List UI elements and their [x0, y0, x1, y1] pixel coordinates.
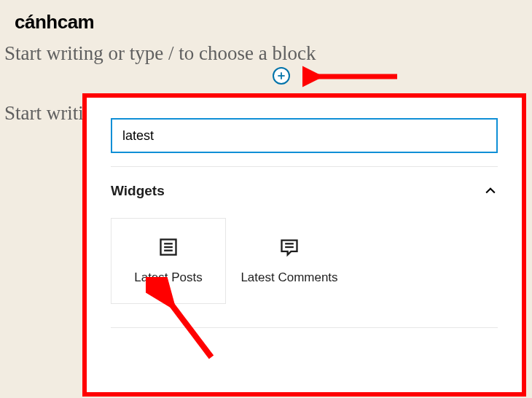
- block-label: Latest Comments: [240, 270, 337, 285]
- latest-comments-icon: [279, 237, 300, 257]
- block-search-input[interactable]: [111, 118, 498, 153]
- block-latest-posts[interactable]: Latest Posts: [111, 218, 226, 304]
- block-label: Latest Posts: [134, 270, 203, 285]
- chevron-up-icon: [483, 184, 498, 198]
- block-search-wrap: [87, 98, 522, 166]
- widgets-section-header[interactable]: Widgets: [87, 167, 522, 202]
- divider: [111, 327, 498, 328]
- widgets-grid: Latest Posts Latest Comments: [87, 202, 522, 311]
- editor-placeholder-1[interactable]: Start writing or type / to choose a bloc…: [4, 42, 316, 65]
- annotation-arrow-to-plus: [302, 66, 404, 87]
- watermark: cánhcam: [15, 11, 94, 34]
- widgets-section-title: Widgets: [111, 183, 165, 199]
- block-latest-comments[interactable]: Latest Comments: [232, 218, 347, 304]
- add-block-button[interactable]: [273, 67, 290, 85]
- plus-icon: [276, 71, 286, 81]
- annotation-red-box: Widgets Latest Posts Latest Comments: [82, 93, 526, 397]
- editor-placeholder-2[interactable]: Start writi: [4, 102, 84, 125]
- latest-posts-icon: [158, 237, 179, 257]
